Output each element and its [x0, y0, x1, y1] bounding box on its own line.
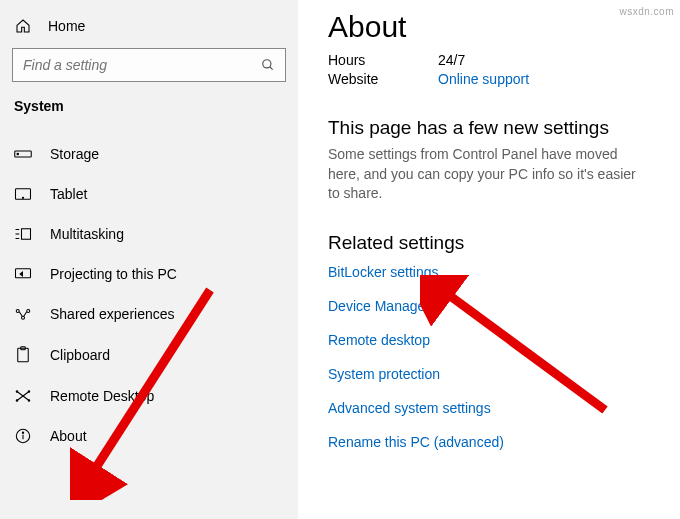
shared-experiences-icon: [14, 307, 32, 321]
section-label: System: [0, 98, 298, 134]
hours-row: Hours 24/7: [328, 52, 662, 68]
related-link-system-protection[interactable]: System protection: [328, 366, 662, 382]
search-input[interactable]: [23, 57, 261, 73]
svg-point-13: [22, 316, 25, 319]
svg-line-1: [270, 67, 273, 70]
svg-point-5: [22, 197, 23, 198]
remote-desktop-icon: [14, 388, 32, 404]
website-label: Website: [328, 71, 398, 87]
svg-point-3: [17, 153, 19, 155]
sidebar-item-label: About: [50, 428, 87, 444]
sidebar-item-about[interactable]: About: [0, 416, 298, 456]
svg-rect-9: [22, 229, 31, 240]
storage-icon: [14, 147, 32, 161]
projecting-icon: [14, 267, 32, 281]
watermark: wsxdn.com: [619, 6, 674, 17]
multitasking-icon: [14, 227, 32, 241]
sidebar-item-shared-experiences[interactable]: Shared experiences: [0, 294, 298, 334]
svg-point-23: [28, 400, 30, 402]
clipboard-icon: [14, 346, 32, 364]
related-link-bitlocker[interactable]: BitLocker settings: [328, 264, 662, 280]
related-link-remote-desktop[interactable]: Remote desktop: [328, 332, 662, 348]
related-link-rename-pc[interactable]: Rename this PC (advanced): [328, 434, 662, 450]
page-title: About: [328, 10, 662, 44]
sidebar-item-tablet[interactable]: Tablet: [0, 174, 298, 214]
sidebar: Home System Storage Tablet: [0, 0, 298, 519]
sidebar-item-label: Multitasking: [50, 226, 124, 242]
sidebar-item-clipboard[interactable]: Clipboard: [0, 334, 298, 376]
new-settings-heading: This page has a few new settings: [328, 117, 662, 139]
sidebar-item-label: Projecting to this PC: [50, 266, 177, 282]
website-link[interactable]: Online support: [438, 71, 529, 87]
sidebar-item-label: Clipboard: [50, 347, 110, 363]
svg-line-14: [19, 312, 22, 317]
search-box[interactable]: [12, 48, 286, 82]
home-icon: [14, 18, 32, 34]
sidebar-item-label: Shared experiences: [50, 306, 175, 322]
sidebar-item-multitasking[interactable]: Multitasking: [0, 214, 298, 254]
svg-line-15: [24, 312, 27, 317]
svg-point-11: [16, 310, 19, 313]
search-wrap: [0, 48, 298, 98]
tablet-icon: [14, 187, 32, 201]
home-label: Home: [48, 18, 85, 34]
search-icon: [261, 58, 275, 72]
new-settings-text: Some settings from Control Panel have mo…: [328, 145, 648, 204]
sidebar-item-remote-desktop[interactable]: Remote Desktop: [0, 376, 298, 416]
svg-point-12: [27, 310, 30, 313]
main-content: wsxdn.com About Hours 24/7 Website Onlin…: [298, 0, 680, 519]
sidebar-item-label: Remote Desktop: [50, 388, 154, 404]
svg-point-26: [22, 432, 23, 433]
sidebar-item-label: Storage: [50, 146, 99, 162]
related-link-advanced-system[interactable]: Advanced system settings: [328, 400, 662, 416]
sidebar-item-storage[interactable]: Storage: [0, 134, 298, 174]
related-settings-heading: Related settings: [328, 232, 662, 254]
hours-label: Hours: [328, 52, 398, 68]
svg-point-0: [263, 60, 271, 68]
website-row: Website Online support: [328, 71, 662, 87]
related-link-device-manager[interactable]: Device Manager: [328, 298, 662, 314]
hours-value: 24/7: [438, 52, 465, 68]
sidebar-item-projecting[interactable]: Projecting to this PC: [0, 254, 298, 294]
about-icon: [14, 428, 32, 444]
svg-point-22: [16, 400, 18, 402]
home-button[interactable]: Home: [0, 10, 298, 48]
sidebar-item-label: Tablet: [50, 186, 87, 202]
